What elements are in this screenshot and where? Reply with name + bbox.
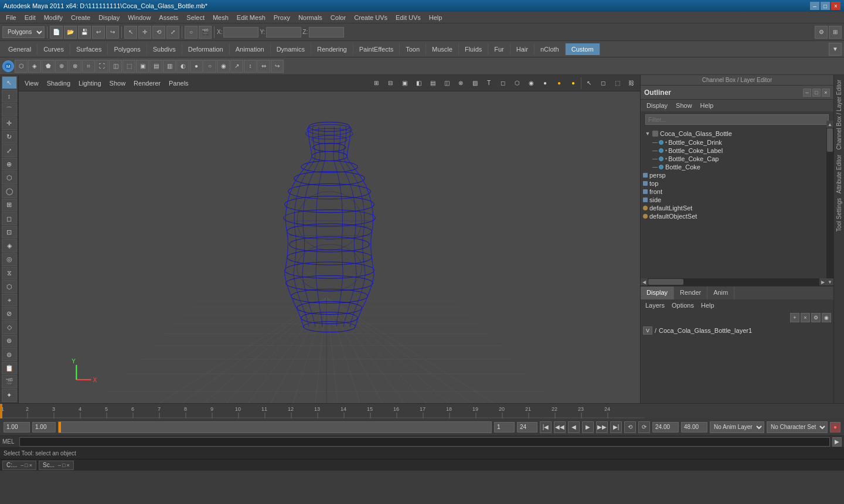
shelf-tab-polygons[interactable]: Polygons [108, 43, 147, 55]
shelf-icon-7[interactable]: ⛶ [96, 60, 108, 73]
play-forward-button[interactable]: ▶ [582, 421, 594, 433]
vp-cursor-icon[interactable]: ↖ [583, 77, 595, 90]
outliner-win-buttons[interactable]: – □ × [803, 88, 830, 97]
shelf-tab-dynamics[interactable]: Dynamics [271, 43, 311, 55]
shelf-tab-curves[interactable]: Curves [38, 43, 70, 55]
shelf-tab-muscle[interactable]: Muscle [426, 43, 459, 55]
window-controls[interactable]: – □ × [810, 2, 840, 10]
vtab-channel-box[interactable]: Channel Box / Layer Editor [835, 77, 843, 152]
tree-item-top[interactable]: top [641, 179, 833, 188]
open-scene-button[interactable]: 📂 [64, 26, 77, 39]
vp-menu-shading[interactable]: Shading [43, 79, 74, 88]
shelf-icon-11[interactable]: ▤ [149, 60, 162, 73]
shelf-icon-13[interactable]: ◐ [176, 60, 189, 73]
shelf-icon-8[interactable]: ◫ [109, 60, 122, 73]
outliner-scrollbar[interactable]: ▲ ▼ [826, 121, 833, 285]
frame-end-field[interactable]: 24 [517, 422, 537, 433]
outliner-menu-help[interactable]: Help [697, 101, 717, 110]
move-tool[interactable]: ✛ [2, 117, 17, 130]
tool-14[interactable]: ◎ [2, 253, 17, 266]
select-tool[interactable]: ↖ [2, 76, 17, 89]
menu-mesh[interactable]: Mesh [209, 13, 232, 22]
frame-field[interactable]: 1 [494, 422, 515, 433]
minimize-button[interactable]: – [810, 2, 819, 10]
mel-input[interactable] [19, 437, 830, 447]
menu-select[interactable]: Select [183, 13, 208, 22]
shelf-icon-4[interactable]: ⊕ [55, 60, 68, 73]
shelf-icon-5[interactable]: ⊗ [69, 60, 81, 73]
shelf-tab-painteffects[interactable]: PaintEffects [353, 43, 400, 55]
particle-tool[interactable]: ✦ [2, 389, 17, 402]
shelf-icon-12[interactable]: ▥ [163, 60, 176, 73]
shelf-icon-9[interactable]: ⬚ [122, 60, 135, 73]
scroll-up-button[interactable]: ▲ [826, 121, 833, 128]
outliner-menu-show[interactable]: Show [672, 101, 696, 110]
menu-edit-uvs[interactable]: Edit UVs [392, 13, 424, 22]
playback-options-button[interactable]: ⟳ [638, 421, 650, 433]
mode-select[interactable]: Polygons [2, 26, 45, 38]
shelf-tab-fur[interactable]: Fur [488, 43, 511, 55]
go-end-button[interactable]: ▶| [610, 421, 622, 433]
frame-end-input[interactable]: 24.00 [652, 422, 679, 433]
outliner-search-input[interactable] [645, 114, 829, 125]
shelf-icon-19[interactable]: ⇔ [257, 60, 270, 73]
vp-menu-lighting[interactable]: Lighting [75, 79, 105, 88]
tool-9[interactable]: ◯ [2, 185, 17, 198]
tree-item-bottle-label[interactable]: — • Bottle_Coke_Label [641, 147, 833, 155]
channel-tab-display[interactable]: Display [641, 287, 674, 299]
vp-menu-panels[interactable]: Panels [165, 79, 192, 88]
scroll-thumb[interactable] [827, 128, 833, 152]
render-button[interactable]: 🎬 [199, 26, 212, 39]
frame-max-input[interactable]: 48.00 [681, 422, 707, 433]
menu-assets[interactable]: Assets [155, 13, 182, 22]
shelf-icon-17[interactable]: ↗ [230, 60, 243, 73]
channel-menu-help[interactable]: Help [699, 301, 717, 310]
menu-window[interactable]: Window [124, 13, 154, 22]
shelf-tab-hair[interactable]: Hair [511, 43, 535, 55]
shelf-options-button[interactable]: ▼ [829, 43, 842, 56]
display-layer-tool[interactable]: 📋 [2, 362, 17, 374]
vp-menu-show[interactable]: Show [106, 79, 130, 88]
tree-item-persp[interactable]: persp [641, 171, 833, 179]
y-input[interactable] [266, 27, 301, 38]
vp-icon-15[interactable]: ● [567, 77, 580, 90]
menu-edit-mesh[interactable]: Edit Mesh [233, 13, 269, 22]
shelf-tab-custom[interactable]: Custom [566, 43, 600, 55]
scale-tool[interactable]: ⤢ [2, 144, 17, 157]
vp-icon-2[interactable]: ⊟ [384, 77, 397, 90]
vp-icon-8[interactable]: ▧ [468, 77, 481, 90]
frame-scrubber[interactable] [58, 421, 492, 433]
close-button[interactable]: × [831, 2, 840, 10]
frame-current-input[interactable]: 1.00 [32, 422, 56, 433]
step-back-button[interactable]: ◀◀ [554, 421, 566, 433]
menu-help[interactable]: Help [426, 13, 446, 22]
shelf-tab-rendering[interactable]: Rendering [311, 43, 353, 55]
tool-17[interactable]: ⌖ [2, 294, 17, 307]
shelf-tab-fluids[interactable]: Fluids [459, 43, 488, 55]
outliner-max-button[interactable]: □ [812, 88, 821, 97]
tool-8[interactable]: ⬡ [2, 171, 17, 184]
paint-select-tool[interactable]: ↕ [2, 90, 17, 103]
tool-19[interactable]: ◇ [2, 321, 17, 334]
new-scene-button[interactable]: 📄 [50, 26, 63, 39]
outliner-hscrollbar[interactable]: ◀ ▶ [641, 278, 826, 285]
vp-icon-3[interactable]: ▣ [398, 77, 411, 90]
vtab-attribute-editor[interactable]: Attribute Editor [835, 152, 843, 196]
menu-proxy[interactable]: Proxy [270, 13, 294, 22]
tool-10[interactable]: ⊞ [2, 199, 17, 212]
maya-icon[interactable]: M [2, 60, 14, 72]
shelf-icon-3[interactable]: ⬟ [42, 60, 55, 73]
rotate-tool[interactable]: ↻ [2, 131, 17, 144]
tree-item-bottle-drink[interactable]: — • Bottle_Coke_Drink [641, 138, 833, 147]
vp-menu-renderer[interactable]: Renderer [130, 79, 164, 88]
settings-button[interactable]: ⚙ [815, 26, 828, 39]
viewport-canvas[interactable]: X Y [19, 91, 640, 403]
task-item-1-max[interactable]: □ [25, 462, 28, 468]
task-item-2-max[interactable]: □ [62, 462, 65, 468]
soft-select-button[interactable]: ○ [185, 26, 198, 39]
scale-tool-button[interactable]: ⤢ [166, 26, 179, 39]
outliner-close-button[interactable]: × [822, 88, 830, 97]
hscroll-thumb[interactable] [648, 279, 683, 285]
shelf-tab-toon[interactable]: Toon [400, 43, 426, 55]
grid-button[interactable]: ⊞ [829, 26, 842, 39]
